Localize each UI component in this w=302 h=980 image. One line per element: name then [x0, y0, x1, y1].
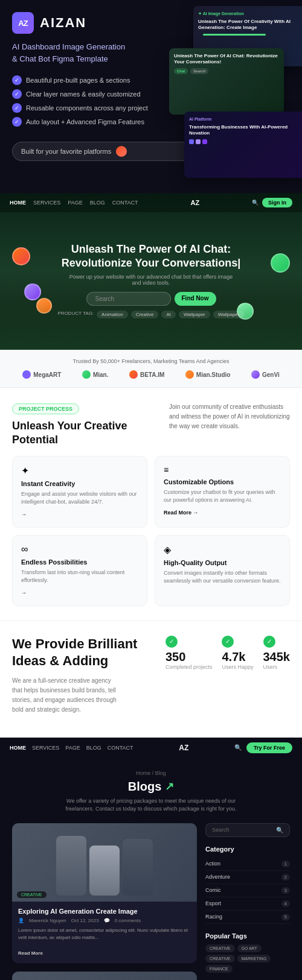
- cat-racing[interactable]: Racing 5: [205, 911, 290, 924]
- brand-name: AIZAN: [40, 15, 86, 31]
- cat-esport[interactable]: Esport 4: [205, 897, 290, 911]
- cat-action[interactable]: Action 1: [205, 858, 290, 871]
- tag-creative[interactable]: Creative: [131, 311, 159, 318]
- blog-card-1: CREATIVE Exploring AI Generation Create …: [12, 823, 197, 963]
- feat-title-1: Instant Creativity: [21, 480, 138, 487]
- brand-betaim: BETA.IM: [129, 370, 164, 379]
- search-input[interactable]: Search: [86, 292, 171, 306]
- trusted-title: Trusted By 50,000+ Freelancers, Marketin…: [12, 358, 290, 364]
- stat-num-3: 345k: [263, 650, 291, 664]
- check-icon: ✓: [12, 75, 22, 85]
- feature-card-customizable: ≡ Customizable Options Customize your ch…: [155, 456, 290, 528]
- stat-check-1: ✓: [165, 636, 178, 648]
- tag-wallpaper1[interactable]: Wallpaper: [179, 311, 210, 318]
- feat-title-2: Customizable Options: [164, 478, 281, 485]
- brand-mian: Mian.: [82, 370, 109, 379]
- dark-nav-page[interactable]: PAGE: [65, 745, 80, 751]
- nav-home[interactable]: HOME: [10, 200, 26, 206]
- dark-nav-blog[interactable]: BLOG: [86, 745, 101, 751]
- breadcrumb: Home / Blog: [12, 770, 290, 776]
- dark-nav-services[interactable]: SERVICES: [32, 745, 59, 751]
- endless-icon: ∞: [21, 544, 138, 555]
- brand-row: MegaART Mian. BETA.IM Mian.Studio GenVi: [12, 370, 290, 379]
- trusted-section: Trusted By 50,000+ Freelancers, Marketin…: [0, 350, 302, 388]
- dark-nav-search-icon[interactable]: 🔍: [234, 744, 242, 751]
- betaim-icon: [129, 370, 138, 379]
- tags-title: Popular Tags: [205, 932, 290, 940]
- tag-creative-sb[interactable]: CREATIVE: [205, 944, 235, 952]
- tag-animation[interactable]: Animation: [97, 311, 128, 318]
- category-list: Category Action 1 Adventure 2 Comic 3 Es…: [205, 846, 290, 924]
- stat-label-1: Completed projects: [165, 664, 213, 670]
- find-now-button[interactable]: Find Now: [175, 292, 216, 306]
- feature-card-endless: ∞ Endless Possibilities Transform last i…: [12, 535, 147, 606]
- stats-title: We Provide Brilliant Ideas & Adding: [12, 636, 153, 670]
- read-more-1[interactable]: →: [21, 511, 27, 517]
- chat-nav: HOME SERVICES PAGE BLOG CONTACT AZ 🔍 Sig…: [0, 193, 302, 212]
- hero-section: AZ AIZAN AI Dashboard Image Generation &…: [0, 0, 302, 193]
- tag-marketing-sb[interactable]: MARKETING: [237, 955, 271, 963]
- feat-desc-3: Transform last into stun-ning visual con…: [21, 569, 138, 585]
- stats-row: ✓ 350 Completed projects ✓ 4.7k Users Ha…: [165, 636, 290, 670]
- cat-comic[interactable]: Comic 3: [205, 884, 290, 897]
- search-nav-icon[interactable]: 🔍: [252, 200, 259, 206]
- figma-icon: [116, 146, 127, 157]
- genvi-icon: [251, 370, 260, 379]
- tag-cloud: CREATIVE GO ART CREATIVE MARKETING FINAN…: [205, 944, 290, 973]
- read-more-link-1[interactable]: Read More: [18, 950, 43, 956]
- feat-desc-4: Convert images instantly into other form…: [164, 569, 281, 586]
- logo-badge: AZ: [12, 12, 34, 34]
- product-tag-label: PRODUCT TAG:: [58, 311, 94, 318]
- blog-main-title: Blogs ↗: [12, 780, 290, 794]
- sidebar-search[interactable]: Search 🔍: [205, 823, 290, 837]
- stat-users: ✓ 345k Users: [263, 636, 291, 670]
- stat-label-2: Users Happy: [222, 664, 253, 670]
- read-more-2[interactable]: Read More →: [164, 510, 199, 516]
- blog-card-title-1: Exploring AI Generation Create Image: [18, 908, 191, 915]
- cat-adventure[interactable]: Adventure 2: [205, 871, 290, 884]
- avatar-1: [12, 247, 30, 265]
- instant-creativity-icon: ✦: [21, 465, 138, 476]
- stat-check-2: ✓: [222, 636, 234, 648]
- features-grid: ✦ Instant Creativity Engage and assist y…: [12, 456, 290, 606]
- tag-wallpaper2[interactable]: Wallpaper: [213, 311, 245, 318]
- read-more-3[interactable]: →: [21, 590, 27, 596]
- check-icon: ✓: [12, 117, 22, 127]
- tag-finance-sb[interactable]: FINANCE: [205, 965, 233, 973]
- nav-contact[interactable]: CONTACT: [112, 200, 138, 206]
- sidebar-search-placeholder: Search: [212, 827, 230, 833]
- blog-meta-1: 👤 Maverick Nguyen Oct 12, 2023 💬 0 comme…: [18, 918, 191, 923]
- dark-nav-home[interactable]: HOME: [10, 745, 26, 751]
- tag-creative-sb2[interactable]: CREATIVE: [205, 955, 235, 963]
- categories-title: Category: [205, 846, 290, 853]
- comment-icon: 💬: [104, 918, 110, 923]
- avatar-2: [24, 283, 41, 300]
- nav-page[interactable]: PAGE: [68, 200, 82, 206]
- tag-ai[interactable]: AI: [161, 311, 176, 318]
- blog-arrow-icon: ↗: [165, 780, 174, 793]
- brand-genvi: GenVi: [251, 370, 280, 379]
- chat-wave-decoration: [0, 302, 302, 350]
- blog-layout: CREATIVE Exploring AI Generation Create …: [12, 823, 290, 980]
- blog-sidebar: Search 🔍 Category Action 1 Adventure 2 C…: [205, 823, 290, 980]
- sidebar-search-icon[interactable]: 🔍: [276, 827, 283, 833]
- blog-category-tag-1: CREATIVE: [17, 891, 47, 898]
- feat-title-3: Endless Possibilities: [21, 558, 138, 566]
- blog-desc: We offer a variety of pricing packages t…: [60, 797, 242, 814]
- screenshot-card-2: Unleash The Power Of AI Chat: Revolution…: [169, 48, 284, 115]
- blog-card-image-2: CREATIVE: [12, 972, 197, 980]
- chat-showcase-section: HOME SERVICES PAGE BLOG CONTACT AZ 🔍 Sig…: [0, 193, 302, 350]
- dark-nav-contact[interactable]: CONTACT: [108, 745, 133, 751]
- avatar-3: [271, 253, 290, 273]
- try-for-free-button[interactable]: Try For Free: [246, 742, 292, 753]
- check-icon: ✓: [12, 103, 22, 113]
- blog-card-2: CREATIVE Exploring AI Generation Create …: [12, 972, 197, 980]
- nav-services[interactable]: SERVICES: [33, 200, 60, 206]
- quality-icon: ◈: [164, 544, 281, 555]
- nav-blog[interactable]: BLOG: [90, 200, 105, 206]
- sign-in-button[interactable]: Sign In: [262, 198, 292, 207]
- feat-desc-2: Customize your chatbot to fit your queri…: [164, 488, 281, 505]
- feat-desc-1: Engage and assist your website visitors …: [21, 490, 138, 507]
- blog-section: Home / Blog Blogs ↗ We offer a variety o…: [0, 758, 302, 980]
- tag-goart-sb[interactable]: GO ART: [237, 944, 262, 952]
